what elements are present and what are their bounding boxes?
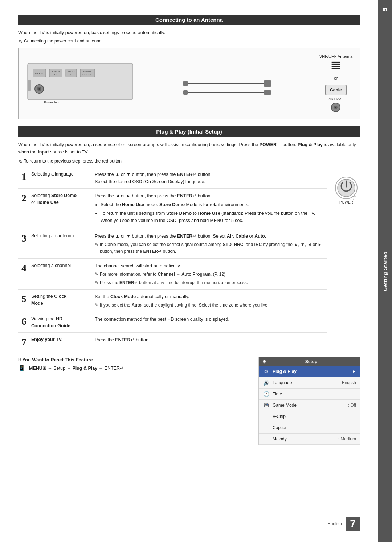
menu-header-label: Setup [305, 359, 317, 364]
side-number: 01 [383, 7, 387, 12]
reset-text-area: If You Want to Reset This Feature... 📱 M… [18, 357, 248, 371]
step-3-number: 3 [18, 232, 30, 256]
reset-section: If You Want to Reset This Feature... 📱 M… [18, 357, 360, 445]
reset-title: If You Want to Reset This Feature... [18, 357, 248, 362]
language-icon: 🔊 [262, 379, 270, 386]
menu-header-icon: ⚙ [262, 359, 266, 364]
plug-play-icon: ⚙ [262, 368, 270, 375]
svg-rect-22 [264, 90, 271, 95]
svg-text:DIGITAL: DIGITAL [83, 70, 92, 73]
menu-label-caption: Caption [273, 425, 356, 430]
svg-text:☞: ☞ [349, 193, 356, 202]
menu-row-plug-play: ⚙ Plug & Play ► [259, 366, 360, 377]
note-pencil-icon-3: ✎ [95, 241, 98, 248]
vhf-antenna: VHF/UHF Antenna 𝌆 [319, 54, 352, 72]
side-tab: 01 Getting Started [378, 0, 392, 542]
remote-icon: 📱 [18, 365, 25, 371]
svg-point-25 [335, 107, 336, 108]
step-4-number: 4 [18, 262, 30, 287]
svg-text:OUT: OUT [69, 74, 74, 76]
plug-play-arrow: ► [352, 369, 356, 373]
note-pencil-icon: ✎ [18, 38, 23, 44]
note-pencil-icon-4: ✎ [95, 271, 98, 278]
menu-row-gamemode: 🎮 Game Mode : Off [259, 400, 360, 411]
menu-row-melody: Melody : Medium [259, 434, 360, 445]
step-2-desc: Press the ◄ or ► button, then press the … [93, 192, 327, 226]
time-icon: 🕐 [262, 390, 270, 398]
menu-value-language: : English [339, 380, 356, 385]
menu-row-time: 🕐 Time [259, 389, 360, 400]
step-6-desc: The connection method for the best HD sc… [93, 315, 327, 330]
step-5-label: Setting the ClockMode [30, 292, 93, 309]
menu-label-gamemode: Game Mode [273, 403, 345, 408]
step-1-number: 1 [18, 170, 30, 186]
menu-label-plug-play: Plug & Play [273, 369, 350, 374]
svg-text:HDMI IN: HDMI IN [52, 70, 60, 73]
step-4-subnote1: ✎ For more information, refer to Channel… [95, 271, 326, 278]
svg-text:ANT IN: ANT IN [35, 72, 44, 75]
step-3: 3 Selecting an antenna Press the ▲ or ▼ … [18, 230, 327, 258]
cable-connections-svg [181, 60, 272, 107]
step-2-label: Selecting Store Demoor Home Use [30, 192, 93, 226]
step-7: 7 Enjoy your TV. Press the ENTER↵ button… [18, 333, 327, 350]
plug-play-header: Plug & Play (Initial Setup) [18, 126, 360, 137]
cable-box: Cable [325, 85, 347, 95]
plug-play-section: Plug & Play (Initial Setup) When the TV … [18, 126, 360, 445]
svg-text:Power Input: Power Input [44, 100, 62, 104]
antenna-header: Connecting to an Antenna [18, 15, 360, 25]
svg-rect-15 [28, 80, 31, 91]
svg-rect-18 [183, 81, 188, 86]
footer-language: English [328, 521, 342, 526]
menu-label-time: Time [273, 391, 353, 397]
plug-play-note: ✎ To return to the previous step, press … [18, 159, 360, 164]
svg-text:1      2: 1 2 [54, 74, 57, 76]
reset-instruction: 📱 MENU⊞ → Setup → Plug & Play → ENTER↵ [18, 365, 248, 371]
step-3-desc: Press the ▲ or ▼ button, then press the … [93, 232, 327, 256]
svg-text:AUDIO: AUDIO [68, 70, 74, 73]
step-2: 2 Selecting Store Demoor Home Use Press … [18, 189, 327, 229]
step-4-subnote2: ✎ Press the ENTER↵ button at any time to… [95, 279, 326, 286]
page-container: Connecting to an Antenna When the TV is … [0, 0, 392, 542]
menu-row-caption: Caption [259, 422, 360, 434]
caption-icon [262, 424, 270, 431]
note-pencil-icon-5: ✎ [95, 279, 98, 286]
step-6-number: 6 [18, 315, 30, 330]
step-6: 6 Viewing the HDConnection Guide. The co… [18, 313, 327, 333]
note-pencil-icon-6: ✎ [95, 302, 98, 309]
svg-text:AUDIO OUT: AUDIO OUT [81, 74, 94, 76]
step-2-number: 2 [18, 192, 30, 226]
antenna-symbol: 𝌆 [331, 58, 341, 72]
tv-back-panel-svg: ANT IN HDMI IN 1 2 AUDIO OUT DIGITAL AUD… [26, 60, 135, 107]
steps-container: 1 Selecting a language Press the ▲ or ▼ … [18, 168, 360, 351]
menu-label-language: Language [273, 380, 336, 385]
menu-row-language: 🔊 Language : English [259, 377, 360, 389]
menu-label-melody: Melody [273, 436, 335, 442]
step-1-desc: Press the ▲ or ▼ button, then press the … [93, 170, 327, 186]
input-text: Input [38, 149, 49, 155]
vchip-icon [262, 413, 270, 420]
menu-row-vchip: V-Chip [259, 411, 360, 422]
main-content: Connecting to an Antenna When the TV is … [0, 0, 378, 542]
step-1-label: Selecting a language [30, 170, 93, 186]
plug-play-intro: When the TV is initially powered on, a s… [18, 141, 360, 156]
power-button-illustration: POWER ☞ [327, 168, 360, 208]
menu-header: ⚙ Setup [259, 357, 360, 366]
step-5: 5 Setting the ClockMode Set the Clock Mo… [18, 290, 327, 312]
step-6-label: Viewing the HDConnection Guide. [30, 315, 93, 330]
cable-connector-svg [328, 102, 343, 113]
power-text: POWER [260, 142, 277, 147]
step-7-number: 7 [18, 336, 30, 348]
step-3-subnote: ✎ In Cable mode, you can select the corr… [95, 241, 326, 255]
antenna-diagram: ANT IN HDMI IN 1 2 AUDIO OUT DIGITAL AUD… [18, 48, 360, 119]
svg-rect-19 [264, 80, 271, 87]
or-text: or [334, 76, 338, 81]
menu-label-vchip: V-Chip [273, 414, 356, 419]
step-4-desc: The channel search will start automatica… [93, 262, 327, 287]
power-button-svg: POWER ☞ [333, 172, 360, 208]
menu-value-melody: : Medium [338, 436, 356, 442]
step-4-label: Selecting a channel [30, 262, 93, 287]
gamemode-icon: 🎮 [262, 402, 270, 409]
step-5-subnote: ✎ If you select the Auto, set the daylig… [95, 302, 326, 309]
footer-page-number: 7 [346, 517, 360, 531]
antenna-right-section: VHF/UHF Antenna 𝌆 or Cable ANT OUT [319, 54, 352, 113]
